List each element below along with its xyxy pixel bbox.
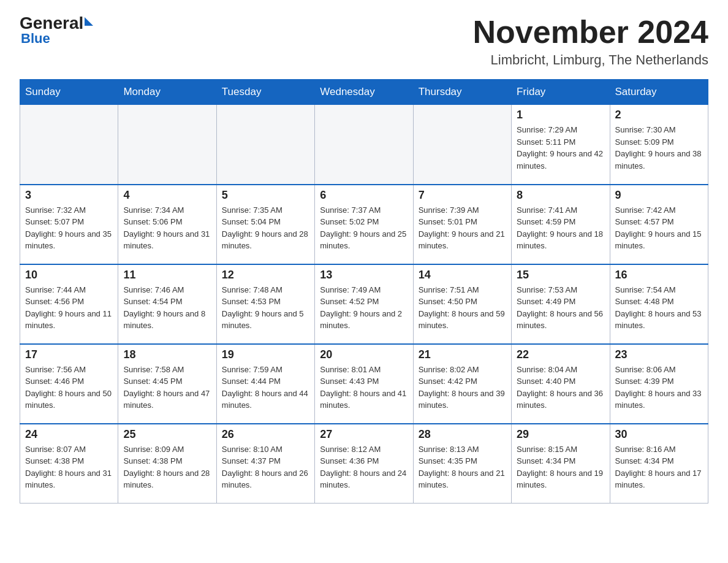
table-row: 5Sunrise: 7:35 AMSunset: 5:04 PMDaylight… [216, 185, 314, 264]
day-number: 28 [419, 428, 506, 441]
day-number: 25 [123, 428, 211, 441]
day-info: Sunrise: 7:59 AMSunset: 4:44 PMDaylight:… [222, 364, 309, 412]
day-info: Sunrise: 8:09 AMSunset: 4:38 PMDaylight:… [123, 443, 211, 491]
col-saturday: Saturday [610, 80, 708, 105]
day-info: Sunrise: 8:10 AMSunset: 4:37 PMDaylight:… [222, 443, 309, 491]
col-monday: Monday [118, 80, 216, 105]
day-info: Sunrise: 7:51 AMSunset: 4:50 PMDaylight:… [419, 284, 506, 332]
table-row: 21Sunrise: 8:02 AMSunset: 4:42 PMDayligh… [413, 344, 511, 424]
day-info: Sunrise: 7:37 AMSunset: 5:02 PMDaylight:… [320, 204, 408, 252]
day-info: Sunrise: 7:30 AMSunset: 5:09 PMDaylight:… [615, 124, 703, 172]
day-info: Sunrise: 8:07 AMSunset: 4:38 PMDaylight:… [25, 443, 113, 491]
day-number: 11 [123, 269, 211, 282]
table-row: 22Sunrise: 8:04 AMSunset: 4:40 PMDayligh… [512, 344, 610, 424]
day-number: 21 [419, 348, 506, 361]
day-info: Sunrise: 7:42 AMSunset: 4:57 PMDaylight:… [615, 204, 703, 252]
table-row: 17Sunrise: 7:56 AMSunset: 4:46 PMDayligh… [20, 344, 118, 424]
day-number: 2 [615, 109, 703, 121]
day-number: 7 [419, 189, 506, 202]
calendar-table: Sunday Monday Tuesday Wednesday Thursday… [20, 79, 708, 504]
table-row: 16Sunrise: 7:54 AMSunset: 4:48 PMDayligh… [610, 264, 708, 344]
day-number: 22 [517, 348, 604, 361]
table-row: 28Sunrise: 8:13 AMSunset: 4:35 PMDayligh… [413, 424, 511, 504]
table-row: 18Sunrise: 7:58 AMSunset: 4:45 PMDayligh… [118, 344, 216, 424]
table-row: 2Sunrise: 7:30 AMSunset: 5:09 PMDaylight… [610, 105, 708, 185]
day-number: 8 [517, 189, 604, 202]
calendar-week-row: 1Sunrise: 7:29 AMSunset: 5:11 PMDaylight… [20, 105, 708, 185]
day-info: Sunrise: 8:13 AMSunset: 4:35 PMDaylight:… [419, 443, 506, 491]
page-subtitle: Limbricht, Limburg, The Netherlands [473, 52, 708, 68]
calendar-header-row: Sunday Monday Tuesday Wednesday Thursday… [20, 80, 708, 105]
table-row: 3Sunrise: 7:32 AMSunset: 5:07 PMDaylight… [20, 185, 118, 264]
calendar-week-row: 3Sunrise: 7:32 AMSunset: 5:07 PMDaylight… [20, 185, 708, 264]
table-row: 7Sunrise: 7:39 AMSunset: 5:01 PMDaylight… [413, 185, 511, 264]
day-info: Sunrise: 7:54 AMSunset: 4:48 PMDaylight:… [615, 284, 703, 332]
table-row [315, 105, 413, 185]
logo-general: General [20, 15, 83, 32]
table-row: 14Sunrise: 7:51 AMSunset: 4:50 PMDayligh… [413, 264, 511, 344]
table-row: 13Sunrise: 7:49 AMSunset: 4:52 PMDayligh… [315, 264, 413, 344]
day-number: 20 [320, 348, 408, 361]
table-row: 10Sunrise: 7:44 AMSunset: 4:56 PMDayligh… [20, 264, 118, 344]
day-info: Sunrise: 8:04 AMSunset: 4:40 PMDaylight:… [517, 364, 604, 412]
logo: General Blue [20, 15, 93, 47]
day-info: Sunrise: 8:01 AMSunset: 4:43 PMDaylight:… [320, 364, 408, 412]
table-row: 9Sunrise: 7:42 AMSunset: 4:57 PMDaylight… [610, 185, 708, 264]
day-info: Sunrise: 7:56 AMSunset: 4:46 PMDaylight:… [25, 364, 113, 412]
day-info: Sunrise: 7:29 AMSunset: 5:11 PMDaylight:… [517, 124, 604, 172]
day-number: 17 [25, 348, 113, 361]
page-title: November 2024 [473, 15, 708, 50]
day-number: 18 [123, 348, 211, 361]
day-info: Sunrise: 8:15 AMSunset: 4:34 PMDaylight:… [517, 443, 604, 491]
day-number: 1 [517, 109, 604, 121]
day-number: 4 [123, 189, 211, 202]
day-number: 30 [615, 428, 703, 441]
table-row: 6Sunrise: 7:37 AMSunset: 5:02 PMDaylight… [315, 185, 413, 264]
col-friday: Friday [512, 80, 610, 105]
day-info: Sunrise: 7:34 AMSunset: 5:06 PMDaylight:… [123, 204, 211, 252]
day-info: Sunrise: 7:41 AMSunset: 4:59 PMDaylight:… [517, 204, 604, 252]
table-row: 26Sunrise: 8:10 AMSunset: 4:37 PMDayligh… [216, 424, 314, 504]
page-header: General Blue November 2024 Limbricht, Li… [20, 15, 708, 68]
day-number: 19 [222, 348, 309, 361]
day-info: Sunrise: 7:58 AMSunset: 4:45 PMDaylight:… [123, 364, 211, 412]
logo-blue: Blue [20, 31, 50, 47]
table-row: 30Sunrise: 8:16 AMSunset: 4:34 PMDayligh… [610, 424, 708, 504]
day-info: Sunrise: 7:32 AMSunset: 5:07 PMDaylight:… [25, 204, 113, 252]
day-info: Sunrise: 7:39 AMSunset: 5:01 PMDaylight:… [419, 204, 506, 252]
day-number: 26 [222, 428, 309, 441]
day-number: 15 [517, 269, 604, 282]
table-row [216, 105, 314, 185]
day-info: Sunrise: 7:53 AMSunset: 4:49 PMDaylight:… [517, 284, 604, 332]
day-info: Sunrise: 8:16 AMSunset: 4:34 PMDaylight:… [615, 443, 703, 491]
col-tuesday: Tuesday [216, 80, 314, 105]
table-row: 29Sunrise: 8:15 AMSunset: 4:34 PMDayligh… [512, 424, 610, 504]
col-thursday: Thursday [413, 80, 511, 105]
day-info: Sunrise: 8:06 AMSunset: 4:39 PMDaylight:… [615, 364, 703, 412]
day-number: 12 [222, 269, 309, 282]
calendar-week-row: 17Sunrise: 7:56 AMSunset: 4:46 PMDayligh… [20, 344, 708, 424]
table-row: 15Sunrise: 7:53 AMSunset: 4:49 PMDayligh… [512, 264, 610, 344]
table-row [413, 105, 511, 185]
day-number: 29 [517, 428, 604, 441]
day-number: 10 [25, 269, 113, 282]
day-number: 13 [320, 269, 408, 282]
day-info: Sunrise: 7:44 AMSunset: 4:56 PMDaylight:… [25, 284, 113, 332]
day-number: 3 [25, 189, 113, 202]
table-row: 8Sunrise: 7:41 AMSunset: 4:59 PMDaylight… [512, 185, 610, 264]
logo-arrow-icon [85, 17, 93, 26]
table-row: 25Sunrise: 8:09 AMSunset: 4:38 PMDayligh… [118, 424, 216, 504]
day-info: Sunrise: 7:35 AMSunset: 5:04 PMDaylight:… [222, 204, 309, 252]
table-row: 27Sunrise: 8:12 AMSunset: 4:36 PMDayligh… [315, 424, 413, 504]
table-row: 23Sunrise: 8:06 AMSunset: 4:39 PMDayligh… [610, 344, 708, 424]
day-number: 24 [25, 428, 113, 441]
col-sunday: Sunday [20, 80, 118, 105]
table-row [20, 105, 118, 185]
day-info: Sunrise: 7:49 AMSunset: 4:52 PMDaylight:… [320, 284, 408, 332]
day-number: 9 [615, 189, 703, 202]
calendar-week-row: 24Sunrise: 8:07 AMSunset: 4:38 PMDayligh… [20, 424, 708, 504]
day-info: Sunrise: 7:46 AMSunset: 4:54 PMDaylight:… [123, 284, 211, 332]
table-row: 24Sunrise: 8:07 AMSunset: 4:38 PMDayligh… [20, 424, 118, 504]
day-number: 23 [615, 348, 703, 361]
table-row: 20Sunrise: 8:01 AMSunset: 4:43 PMDayligh… [315, 344, 413, 424]
